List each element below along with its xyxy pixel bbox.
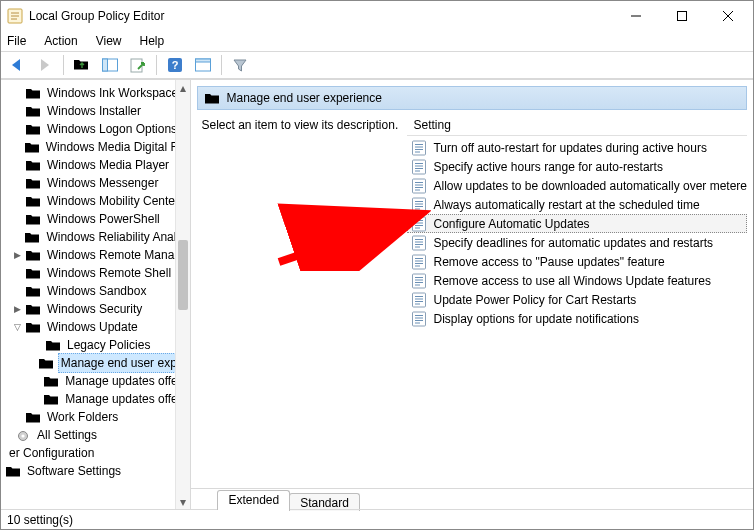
tree-item[interactable]: Manage updates offere <box>1 390 190 408</box>
folder-icon <box>25 212 41 226</box>
folder-icon <box>25 104 41 118</box>
tree-item[interactable]: Manage updates offere <box>1 372 190 390</box>
folder-icon <box>43 392 59 406</box>
setting-label: Display options for update notifications <box>433 312 638 326</box>
minimize-button[interactable] <box>613 1 659 31</box>
setting-item[interactable]: Specify active hours range for auto-rest… <box>407 157 747 176</box>
details-header-title: Manage end user experience <box>226 91 381 105</box>
tree-item[interactable]: Windows Remote Shell <box>1 264 190 282</box>
app-icon <box>7 8 23 24</box>
folder-icon <box>24 230 40 244</box>
setting-item[interactable]: Display options for update notifications <box>407 309 747 328</box>
svg-rect-12 <box>678 12 687 21</box>
tree-item-label: Windows Media Digital Rig <box>44 138 191 156</box>
tree-vertical-scrollbar[interactable]: ▴ ▾ <box>175 80 190 509</box>
show-hide-tree-button[interactable] <box>98 54 122 76</box>
setting-item[interactable]: Remove access to "Pause updates" feature <box>407 252 747 271</box>
help-button[interactable]: ? <box>163 54 187 76</box>
tree-item-label: Windows Ink Workspace <box>45 84 180 102</box>
setting-label: Allow updates to be downloaded automatic… <box>433 179 747 193</box>
tree-item[interactable]: Windows Media Player <box>1 156 190 174</box>
menu-file[interactable]: File <box>7 34 26 48</box>
tree-item[interactable]: ▶Windows Security <box>1 300 190 318</box>
tree-item[interactable]: er Configuration <box>1 444 190 462</box>
tree-item[interactable]: Legacy Policies <box>1 336 190 354</box>
tree-item[interactable]: Windows Reliability Analys <box>1 228 190 246</box>
forward-button[interactable] <box>33 54 57 76</box>
tree-item-label: Windows Logon Options <box>45 120 179 138</box>
tree-item-label: Windows PowerShell <box>45 210 162 228</box>
tree-item-label: Windows Remote Shell <box>45 264 173 282</box>
menu-action[interactable]: Action <box>44 34 77 48</box>
policy-icon <box>411 159 427 175</box>
svg-text:?: ? <box>172 59 179 71</box>
tree-item[interactable]: Windows PowerShell <box>1 210 190 228</box>
setting-label: Specify active hours range for auto-rest… <box>433 160 662 174</box>
details-header: Manage end user experience <box>197 86 747 110</box>
tree-item[interactable]: ▽Windows Update <box>1 318 190 336</box>
tree-item-label: Windows Update <box>45 318 140 336</box>
status-text: 10 setting(s) <box>7 513 73 527</box>
collapse-icon[interactable]: ▽ <box>11 321 23 333</box>
setting-item[interactable]: Turn off auto-restart for updates during… <box>407 138 747 157</box>
tree-item-label: Windows Installer <box>45 102 143 120</box>
back-button[interactable] <box>5 54 29 76</box>
policy-icon <box>411 197 427 213</box>
tree-item[interactable]: Software Settings <box>1 462 190 480</box>
menu-help[interactable]: Help <box>140 34 165 48</box>
setting-label: Specify deadlines for automatic updates … <box>433 236 713 250</box>
tree-item[interactable]: Windows Messenger <box>1 174 190 192</box>
tree-item-label: Windows Reliability Analys <box>44 228 190 246</box>
tree-item-label: Legacy Policies <box>65 336 152 354</box>
export-list-button[interactable] <box>126 54 150 76</box>
tree-item[interactable]: All Settings <box>1 426 190 444</box>
filter-icon[interactable] <box>228 54 252 76</box>
scrollbar-thumb[interactable] <box>178 240 188 310</box>
setting-item[interactable]: Remove access to use all Windows Update … <box>407 271 747 290</box>
setting-item[interactable]: Specify deadlines for automatic updates … <box>407 233 747 252</box>
folder-icon <box>25 194 41 208</box>
folder-icon <box>5 464 21 478</box>
tab-extended[interactable]: Extended <box>217 490 290 510</box>
close-button[interactable] <box>705 1 751 31</box>
setting-item[interactable]: Configure Automatic Updates <box>407 214 747 233</box>
folder-icon <box>25 284 41 298</box>
tree-item[interactable]: Manage end user exper <box>1 354 190 372</box>
setting-label: Update Power Policy for Cart Restarts <box>433 293 636 307</box>
up-one-level-button[interactable] <box>70 54 94 76</box>
tree-item[interactable]: Windows Mobility Center <box>1 192 190 210</box>
details-pane: Manage end user experience Select an ite… <box>191 79 753 509</box>
maximize-button[interactable] <box>659 1 705 31</box>
tree-item-label: Windows Mobility Center <box>45 192 181 210</box>
setting-item[interactable]: Update Power Policy for Cart Restarts <box>407 290 747 309</box>
policy-icon <box>411 273 427 289</box>
policy-icon <box>411 235 427 251</box>
expand-icon[interactable]: ▶ <box>11 303 23 315</box>
menu-view[interactable]: View <box>96 34 122 48</box>
console-tree[interactable]: Windows Ink WorkspaceWindows InstallerWi… <box>1 79 191 509</box>
policy-icon <box>411 292 427 308</box>
column-header-setting[interactable]: Setting <box>407 114 747 136</box>
folder-icon <box>204 91 220 105</box>
tree-item[interactable]: Windows Logon Options <box>1 120 190 138</box>
settings-list[interactable]: Setting Turn off auto-restart for update… <box>407 114 747 488</box>
folder-icon <box>24 140 40 154</box>
setting-item[interactable]: Allow updates to be downloaded automatic… <box>407 176 747 195</box>
filter-options-button[interactable] <box>191 54 215 76</box>
expand-icon[interactable]: ▶ <box>11 249 23 261</box>
tree-item-label: Windows Security <box>45 300 144 318</box>
tree-item[interactable]: Windows Ink Workspace <box>1 84 190 102</box>
tree-item-label: er Configuration <box>7 444 96 462</box>
tree-item-label: Windows Sandbox <box>45 282 148 300</box>
folder-icon <box>25 410 41 424</box>
menubar: File Action View Help <box>1 31 753 51</box>
tree-item[interactable]: Windows Media Digital Rig <box>1 138 190 156</box>
tree-item[interactable]: Windows Installer <box>1 102 190 120</box>
description-prompt: Select an item to view its description. <box>201 118 398 132</box>
window-title: Local Group Policy Editor <box>29 9 613 23</box>
tree-item[interactable]: Windows Sandbox <box>1 282 190 300</box>
tree-item[interactable]: Work Folders <box>1 408 190 426</box>
tree-item[interactable]: ▶Windows Remote Manage <box>1 246 190 264</box>
setting-item[interactable]: Always automatically restart at the sche… <box>407 195 747 214</box>
tree-item-label: Windows Remote Manage <box>45 246 190 264</box>
